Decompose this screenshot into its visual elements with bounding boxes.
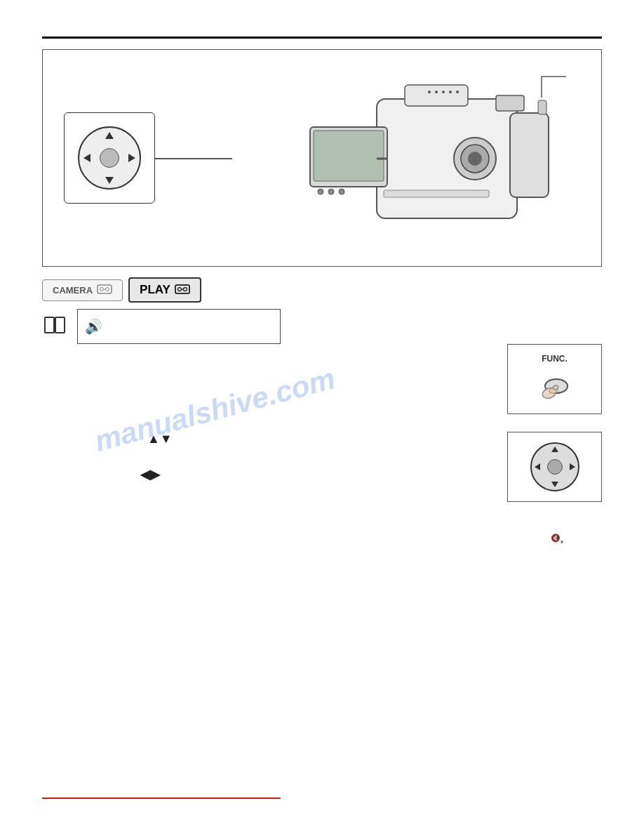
camera-diagram-box [42,49,602,267]
svg-rect-18 [384,190,489,197]
speaker-icon: 🔊 [85,318,102,335]
dpad-small-right [570,463,575,470]
svg-point-23 [100,287,104,291]
svg-rect-5 [405,85,468,106]
top-horizontal-rule [42,37,602,39]
camera-mode-button[interactable]: CAMERA [42,279,123,301]
camera-illustration [250,57,573,260]
svg-rect-19 [538,100,546,114]
svg-point-9 [442,91,445,93]
svg-rect-13 [314,131,384,181]
svg-point-14 [318,189,323,194]
svg-point-24 [106,287,109,291]
up-down-arrows-indicator: ▲▼ [147,432,173,446]
play-mode-label: PLAY [140,283,170,297]
func-button-box: FUNC. [507,344,602,414]
svg-point-10 [449,91,452,93]
dpad-down-arrow [105,177,114,184]
svg-point-4 [468,152,482,166]
svg-point-7 [428,91,431,93]
svg-point-11 [456,91,459,93]
mode-buttons-row: CAMERA PLAY [42,277,201,303]
svg-rect-6 [496,95,524,111]
dpad-diagram-box [64,112,155,204]
play-mode-button[interactable]: PLAY [128,277,201,303]
camera-mode-label: CAMERA [53,285,93,296]
volume-setting-box: 🔊 [77,309,281,344]
svg-point-8 [435,91,438,93]
dpad-right-arrow [128,154,135,162]
bottom-red-rule [42,797,281,799]
func-label: FUNC. [542,354,568,364]
hand-press-icon [535,366,574,405]
book-reference-icon [43,316,66,338]
dpad-up-arrow [105,132,114,139]
connector-line [155,158,232,159]
camera-tape-icon [97,284,112,296]
play-tape-icon [175,284,190,296]
dpad-small-control [530,442,579,491]
svg-point-15 [328,189,334,194]
watermark-text: manualshive.com [91,362,339,458]
svg-point-27 [177,287,181,291]
left-right-arrows-indicator: ◀▶ [140,467,160,482]
dpad-small-down [551,482,558,487]
svg-point-28 [183,287,187,291]
dpad-control-diagram [78,126,141,190]
dpad-small-center [547,459,563,475]
dpad-left-arrow [83,154,90,162]
svg-point-16 [339,189,344,194]
dpad-center-button [100,148,119,168]
dpad-small-left [535,463,540,470]
svg-rect-30 [45,317,54,333]
dpad-right-box [507,432,602,502]
dpad-small-up [551,446,558,452]
svg-rect-31 [55,317,65,333]
svg-rect-1 [510,113,549,197]
vibrate-mute-icon: 🔇⁎ [551,534,563,544]
